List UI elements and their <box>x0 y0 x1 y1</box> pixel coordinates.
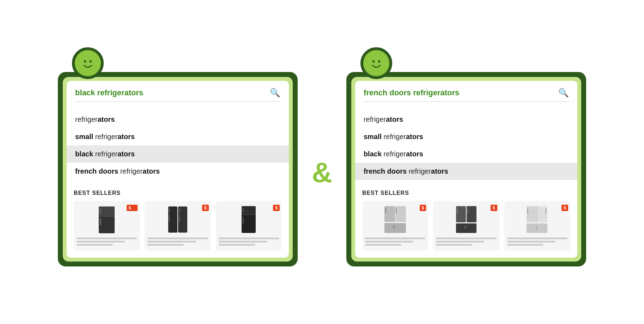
right-suggestions: refrigerators small refrigerators black … <box>355 107 577 184</box>
ampersand: & <box>312 158 332 187</box>
svg-rect-40 <box>545 208 546 214</box>
svg-rect-25 <box>384 223 406 233</box>
svg-marker-3 <box>131 206 135 209</box>
right-best-sellers-title: BEST SELLERS <box>362 190 570 196</box>
face-icon-left <box>72 47 104 79</box>
svg-rect-28 <box>394 225 395 229</box>
left-outer-border: black refrigerators 🔍 refrigerators smal… <box>58 72 298 266</box>
black-fridge-3 <box>240 205 257 234</box>
right-panel: french doors refrigerators 🔍 refrigerato… <box>346 58 586 266</box>
svg-rect-12 <box>179 208 180 213</box>
svg-rect-32 <box>457 208 458 214</box>
left-product-image-1 <box>95 205 119 235</box>
tag-flag-1 <box>131 206 135 209</box>
left-search-icon[interactable]: 🔍 <box>270 88 280 98</box>
right-product-image-3 <box>525 205 549 235</box>
black-fridge-2 <box>167 206 188 233</box>
right-product-lines-3 <box>507 238 567 247</box>
left-product-lines-3 <box>219 238 279 247</box>
svg-rect-30 <box>467 206 476 222</box>
left-panel: black refrigerators 🔍 refrigerators smal… <box>58 58 298 266</box>
svg-rect-39 <box>527 208 528 214</box>
smiley-face-left <box>79 54 97 72</box>
left-inner-border: black refrigerators 🔍 refrigerators smal… <box>63 77 293 262</box>
svg-rect-31 <box>456 223 476 233</box>
right-suggestion-4[interactable]: french doors refrigerators <box>355 163 577 180</box>
svg-rect-18 <box>243 208 244 212</box>
svg-point-22 <box>378 60 380 62</box>
svg-rect-19 <box>243 217 244 224</box>
left-search-bar[interactable]: black refrigerators 🔍 <box>75 88 280 102</box>
left-product-1[interactable]: $ <box>74 201 140 251</box>
left-best-sellers-title: BEST SELLERS <box>74 190 282 196</box>
left-search-section: black refrigerators 🔍 <box>67 81 289 107</box>
svg-rect-41 <box>536 226 537 229</box>
face-icon-right <box>360 47 392 79</box>
right-product-3[interactable]: $ <box>504 201 570 251</box>
right-suggestion-2[interactable]: small refrigerators <box>355 128 577 145</box>
svg-rect-34 <box>465 226 466 229</box>
svg-rect-11 <box>169 208 170 213</box>
svg-point-2 <box>90 60 92 62</box>
left-product-3[interactable]: $ <box>216 201 282 251</box>
right-search-section: french doors refrigerators 🔍 <box>355 81 577 107</box>
svg-rect-13 <box>169 215 170 222</box>
left-suggestion-4[interactable]: french doors refrigerators <box>67 163 289 180</box>
right-product-grid: $ <box>362 201 570 251</box>
right-best-sellers: BEST SELLERS $ <box>355 184 577 258</box>
left-product-lines-2 <box>147 238 208 247</box>
svg-rect-8 <box>100 218 101 226</box>
right-price-tag-3: $ <box>561 205 568 211</box>
main-wrapper: black refrigerators 🔍 refrigerators smal… <box>0 0 644 324</box>
svg-rect-33 <box>467 208 468 214</box>
left-suggestion-3[interactable]: black refrigerators <box>67 145 289 163</box>
right-inner-border: french doors refrigerators 🔍 refrigerato… <box>351 77 581 262</box>
left-product-lines-1 <box>77 238 137 247</box>
right-product-image-1 <box>383 205 408 235</box>
right-search-text: french doors refrigerators <box>364 88 558 97</box>
left-price-tag-2: $ <box>202 205 209 211</box>
svg-point-1 <box>84 60 86 62</box>
right-outer-border: french doors refrigerators 🔍 refrigerato… <box>346 72 586 266</box>
left-product-image-2 <box>165 205 190 235</box>
right-search-icon[interactable]: 🔍 <box>558 88 569 98</box>
left-price-tag-3: $ <box>273 205 280 211</box>
right-product-2[interactable]: $ <box>433 201 499 251</box>
french-fridge-1 <box>384 205 407 234</box>
black-fridge-1 <box>97 206 116 233</box>
svg-rect-24 <box>395 206 406 222</box>
svg-point-20 <box>368 55 385 72</box>
svg-point-21 <box>372 60 375 62</box>
svg-rect-27 <box>396 208 397 213</box>
left-price-tag-1: $ <box>127 205 138 211</box>
left-suggestion-2[interactable]: small refrigerators <box>67 128 289 145</box>
right-suggestion-3[interactable]: black refrigerators <box>355 145 577 163</box>
left-product-grid: $ <box>74 201 282 251</box>
svg-point-0 <box>79 55 96 72</box>
svg-rect-7 <box>100 209 101 214</box>
right-product-image-2 <box>454 205 479 235</box>
right-suggestion-1[interactable]: refrigerators <box>355 111 577 128</box>
right-search-bar[interactable]: french doors refrigerators 🔍 <box>364 88 569 102</box>
left-suggestion-1[interactable]: refrigerators <box>67 111 289 128</box>
left-search-text: black refrigerators <box>75 88 270 97</box>
right-price-tag-1: $ <box>420 205 426 211</box>
left-suggestions: refrigerators small refrigerators black … <box>67 107 289 184</box>
french-fridge-2 <box>455 205 477 234</box>
left-product-image-3 <box>236 205 261 235</box>
svg-rect-26 <box>385 208 386 213</box>
left-best-sellers: BEST SELLERS $ <box>67 184 289 258</box>
right-product-1[interactable]: $ <box>362 201 428 251</box>
right-price-tag-2: $ <box>491 205 497 211</box>
left-product-2[interactable]: $ <box>145 201 211 251</box>
svg-rect-14 <box>179 215 180 222</box>
right-product-lines-2 <box>436 238 496 247</box>
smiley-face-right <box>367 54 385 72</box>
french-fridge-3 <box>526 205 549 234</box>
right-product-lines-1 <box>365 238 425 247</box>
